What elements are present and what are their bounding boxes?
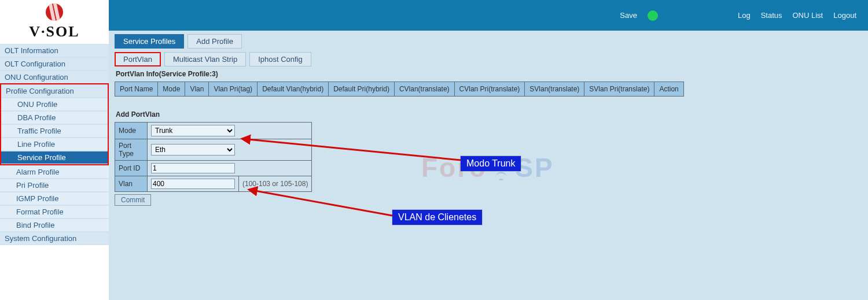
col-port-name: Port Name (115, 82, 158, 97)
portvlan-info-header: Port Name Mode Vlan Vlan Pri(tag) Defaul… (115, 82, 684, 97)
label-port-type: Port Type (115, 139, 148, 161)
nav-onu-configuration[interactable]: ONU Configuration (0, 71, 109, 84)
nav-item-service-profile[interactable]: Service Profile (1, 151, 108, 164)
col-svlan-pri: SVlan Pri(translate) (584, 82, 654, 97)
save-link[interactable]: Save (620, 11, 637, 20)
nav-item-line-profile[interactable]: Line Profile (1, 138, 108, 151)
logo-icon (46, 3, 63, 21)
content-pane: Service Profiles Add Profile PortVlan Mu… (109, 31, 868, 300)
add-portvlan-form: Mode Trunk Port Type Eth Port ID (115, 122, 312, 192)
tabs-primary: Service Profiles Add Profile (115, 34, 862, 49)
col-default-vlan: Default Vlan(hybrid) (258, 82, 329, 97)
log-link[interactable]: Log (738, 11, 751, 20)
col-default-pri: Default Pri(hybrid) (329, 82, 395, 97)
col-cvlan-pri: CVlan Pri(translate) (454, 82, 525, 97)
port-id-input[interactable] (151, 163, 235, 173)
nav-item-alarm-profile[interactable]: Alarm Profile (0, 165, 109, 179)
svg-line-1 (249, 190, 392, 216)
sidebar: V·SOL OLT Information OLT Configuration … (0, 0, 109, 300)
vlan-hint: (100-103 or 105-108) (239, 176, 312, 192)
logo: V·SOL (0, 0, 109, 44)
col-mode: Mode (158, 82, 185, 97)
callout-modo-trunk: Modo Trunk (461, 156, 521, 171)
heading-portvlan-info: PortVlan Info(Service Profile:3) (116, 70, 862, 78)
port-type-select[interactable]: Eth (151, 144, 235, 155)
logo-text: V·SOL (29, 23, 79, 40)
vlan-input[interactable] (151, 179, 235, 189)
tab-service-profiles[interactable]: Service Profiles (115, 34, 184, 49)
nav-item-onu-profile[interactable]: ONU Profile (1, 98, 108, 111)
tabs-secondary: PortVlan Multicast Vlan Strip Iphost Con… (115, 52, 862, 66)
commit-button[interactable]: Commit (115, 194, 151, 206)
nav-item-format-profile[interactable]: Format Profile (0, 205, 109, 218)
tab-portvlan[interactable]: PortVlan (115, 52, 161, 66)
tab-iphost-config[interactable]: Iphost Config (249, 52, 311, 66)
status-indicator-icon (648, 10, 658, 21)
callout-vlan-clientes: VLAN de Clienetes (392, 210, 482, 225)
status-link[interactable]: Status (761, 11, 782, 20)
nav-item-bind-profile[interactable]: Bind Profile (0, 218, 109, 232)
tab-add-profile[interactable]: Add Profile (187, 34, 242, 49)
mode-select[interactable]: Trunk (151, 125, 235, 136)
nav-olt-information[interactable]: OLT Information (0, 44, 109, 57)
label-vlan: Vlan (115, 176, 148, 192)
col-vlan-pri: Vlan Pri(tag) (209, 82, 258, 97)
label-port-id: Port ID (115, 161, 148, 176)
main-area: Save Log Status ONU List Logout Service … (109, 0, 868, 300)
top-bar: Save Log Status ONU List Logout (109, 0, 868, 31)
nav-system-configuration[interactable]: System Configuration (0, 232, 109, 245)
col-action: Action (654, 82, 683, 97)
col-svlan: SVlan(translate) (525, 82, 584, 97)
nav-item-pri-profile[interactable]: Pri Profile (0, 179, 109, 192)
nav-item-dba-profile[interactable]: DBA Profile (1, 111, 108, 124)
portvlan-info-table: Port Name Mode Vlan Vlan Pri(tag) Defaul… (115, 82, 684, 97)
label-mode: Mode (115, 123, 148, 139)
heading-add-portvlan: Add PortVlan (116, 110, 862, 118)
nav-profile-configuration[interactable]: Profile Configuration (1, 84, 108, 98)
onu-list-link[interactable]: ONU List (793, 11, 823, 20)
col-cvlan: CVlan(translate) (394, 82, 454, 97)
tab-multicast-vlan-strip[interactable]: Multicast Vlan Strip (164, 52, 246, 66)
nav-item-traffic-profile[interactable]: Traffic Profile (1, 124, 108, 138)
highlight-profile-config: Profile Configuration ONU Profile DBA Pr… (0, 83, 109, 165)
nav-item-igmp-profile[interactable]: IGMP Profile (0, 192, 109, 205)
logout-link[interactable]: Logout (833, 11, 856, 20)
nav-olt-configuration[interactable]: OLT Configuration (0, 57, 109, 71)
col-vlan: Vlan (185, 82, 209, 97)
